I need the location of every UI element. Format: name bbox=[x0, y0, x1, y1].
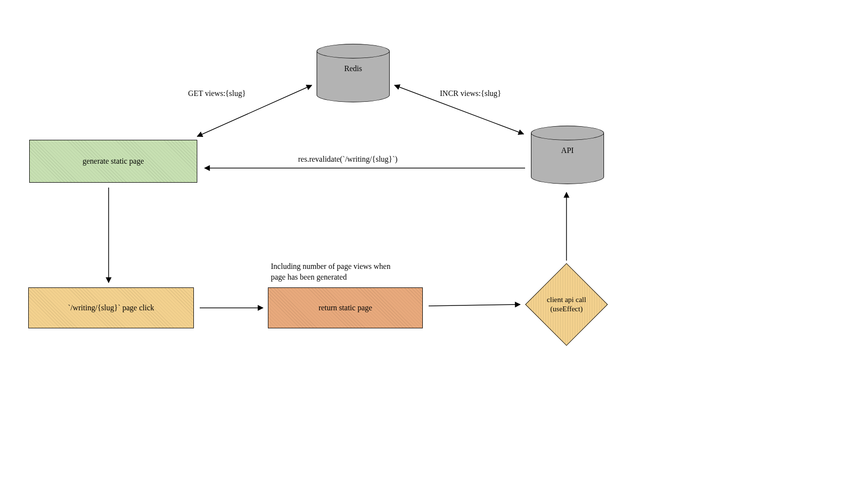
return-static-label: return static page bbox=[319, 303, 372, 312]
revalidate-label: res.revalidate(`/writing/{slug}`) bbox=[298, 155, 397, 164]
including-note-label: Including number of page views when page… bbox=[271, 261, 391, 282]
arrow-return-to-client bbox=[429, 304, 520, 306]
generate-static-label: generate static page bbox=[82, 157, 144, 166]
api-label: API bbox=[531, 146, 604, 155]
redis-label: Redis bbox=[317, 64, 390, 73]
redis-cylinder: Redis bbox=[317, 44, 390, 102]
client-api-call-diamond: client api call (useEffect) bbox=[525, 263, 608, 346]
incr-views-label: INCR views:{slug} bbox=[440, 89, 501, 98]
generate-static-page-box: generate static page bbox=[29, 140, 197, 183]
get-views-label: GET views:{slug} bbox=[188, 89, 246, 98]
page-click-label: `/writing/{slug}` page click bbox=[68, 303, 154, 312]
return-static-page-box: return static page bbox=[268, 287, 423, 328]
architecture-diagram: Redis API generate static page `/writing… bbox=[0, 0, 868, 493]
page-click-box: `/writing/{slug}` page click bbox=[28, 287, 194, 328]
api-cylinder: API bbox=[531, 126, 604, 184]
arrows-layer bbox=[0, 0, 868, 493]
client-api-call-label: client api call (useEffect) bbox=[525, 263, 608, 346]
